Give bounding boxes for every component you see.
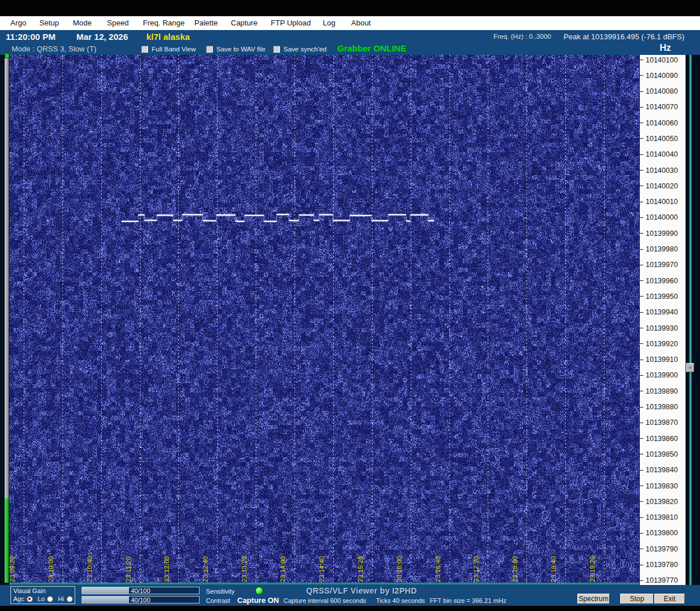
freq-value: 10140040 <box>646 150 678 158</box>
checkbox-save-to-wav-file[interactable]: Save to WAV file <box>206 45 266 53</box>
window-bottom-strip <box>0 606 700 611</box>
menu-item-about[interactable]: About <box>349 16 373 30</box>
freq-scale-row: 10139790 <box>640 545 686 553</box>
freq-scale-row: 10139840 <box>640 466 686 474</box>
freq-scale-row: 10139960 <box>640 277 686 284</box>
freq-scale-row: 10139780 <box>640 561 686 569</box>
spectrum-button[interactable]: Spectrum <box>577 594 610 604</box>
peak-readout: Peak at 10139916.495 (-76.1 dBFS) <box>563 32 684 41</box>
capture-interval-text: Capture interval 600 seconds <box>283 597 366 604</box>
right-gutter <box>686 55 700 585</box>
freq-scale-row: 10139830 <box>640 482 686 490</box>
menu-item-freq-range[interactable]: Freq. Range <box>141 16 187 30</box>
menu-item-log[interactable]: Log <box>320 16 338 30</box>
freq-scale-row: 10139870 <box>640 419 686 427</box>
freq-scale-row: 10140040 <box>640 151 686 158</box>
sensitivity-label: Sensitivity <box>206 588 235 595</box>
freq-value: 10139860 <box>646 435 678 443</box>
freq-value: 10139960 <box>646 277 678 285</box>
capture-progress-fill <box>5 498 9 583</box>
radio-button-icon <box>47 596 53 602</box>
contrast-slider[interactable]: 40/100 <box>82 596 200 603</box>
freq-value: 10140010 <box>646 198 678 206</box>
freq-tick-mark <box>640 517 643 518</box>
freq-value: 10140050 <box>646 135 678 143</box>
freq-scale-row: 10139900 <box>640 372 686 379</box>
freq-value: 10140070 <box>646 103 678 111</box>
freq-tick-mark <box>640 60 643 60</box>
stop-button[interactable]: Stop <box>620 594 654 604</box>
clock-text: 11:20:00 PM <box>6 32 56 42</box>
checkbox-full-band-view[interactable]: Full Band View <box>141 45 196 53</box>
radio-agc[interactable]: Agc <box>13 595 33 602</box>
radio-lo[interactable]: Lo <box>38 595 53 602</box>
radio-label: Agc <box>13 595 24 602</box>
radio-button-icon <box>27 596 33 602</box>
time-tick-label: 23:16:00 <box>396 556 403 582</box>
freq-scale-row: 10139770 <box>640 577 686 584</box>
time-tick-label: 23:09:20 <box>9 556 16 582</box>
menu-item-capture[interactable]: Capture <box>229 16 260 30</box>
time-tick-label: 23:12:40 <box>202 556 209 582</box>
freq-value: 10140020 <box>646 182 678 190</box>
freq-value: 10140090 <box>646 72 678 80</box>
freq-value: 10139990 <box>646 229 678 238</box>
freq-scale-row: 10139890 <box>640 387 686 395</box>
menu-item-speed[interactable]: Speed <box>105 16 131 30</box>
freq-scale-row: 10140080 <box>640 88 686 95</box>
freq-value: 10139980 <box>646 245 678 253</box>
app-title: QRSS/VLF Viewer by I2PHD <box>289 586 434 595</box>
freq-tick-mark <box>640 75 643 76</box>
menu-item-argo[interactable]: Argo <box>8 16 28 30</box>
menu-bar: ArgoSetupModeSpeedFreq. RangePaletteCapt… <box>0 16 700 30</box>
menu-item-palette[interactable]: Palette <box>192 16 220 30</box>
freq-value: 10139770 <box>646 576 678 584</box>
sensitivity-value: 40/100 <box>82 587 199 594</box>
menu-item-setup[interactable]: Setup <box>37 16 61 30</box>
freq-tick-mark <box>640 470 643 471</box>
freq-scale-row: 10139990 <box>640 229 686 237</box>
freq-scale-row: 10139980 <box>640 246 686 253</box>
freq-value: 10140000 <box>646 213 678 221</box>
spectrogram-waterfall[interactable] <box>9 55 639 583</box>
freq-tick-mark <box>640 265 643 265</box>
frequency-scrollbar-track[interactable] <box>689 55 692 585</box>
freq-tick-mark <box>640 202 643 202</box>
freq-tick-mark <box>640 580 643 581</box>
freq-tick-mark <box>640 423 643 423</box>
time-tick-label: 23:16:40 <box>434 556 441 582</box>
freq-scale-row: 10139930 <box>640 324 686 332</box>
argo-window: ArgoSetupModeSpeedFreq. RangePaletteCapt… <box>0 0 700 611</box>
menu-item-mode[interactable]: Mode <box>71 16 94 30</box>
freq-tick-mark <box>640 138 643 139</box>
freq-value: 10140100 <box>646 56 678 64</box>
freq-scale-row: 10139810 <box>640 514 686 521</box>
freq-tick-mark <box>640 549 643 549</box>
freq-scale-row: 10139820 <box>640 498 686 505</box>
time-tick-label: 23:10:40 <box>86 556 93 582</box>
time-tick-label: 23:14:40 <box>318 556 325 582</box>
menu-item-ftp-upload[interactable]: FTP Upload <box>268 16 313 30</box>
frequency-scrollbar-thumb[interactable] <box>686 363 694 372</box>
freq-scale-row: 10140100 <box>640 56 686 64</box>
freq-tick-mark <box>640 296 643 297</box>
contrast-label: Contrast <box>206 597 230 604</box>
capture-progress-track <box>5 55 9 498</box>
freq-value: 10139800 <box>646 529 678 537</box>
radio-hi[interactable]: Hi <box>58 595 72 602</box>
radio-label: Lo <box>38 595 45 602</box>
freq-tick-mark <box>640 154 643 155</box>
radio-label: Hi <box>58 595 64 602</box>
freq-tick-mark <box>640 170 643 171</box>
checkbox-label: Save to WAV file <box>216 46 266 53</box>
exit-button[interactable]: Exit <box>654 594 685 604</box>
time-tick-label: 23:17:20 <box>473 556 480 582</box>
sensitivity-slider[interactable]: 40/100 <box>82 587 200 594</box>
freq-tick-mark <box>640 249 643 250</box>
freq-value: 10139790 <box>646 545 678 553</box>
time-tick-label: 23:12:00 <box>163 556 170 582</box>
freq-tick-mark <box>640 312 643 313</box>
freq-tick-mark <box>640 533 643 534</box>
freq-scale-row: 10139800 <box>640 529 686 537</box>
checkbox-save-synch-ed[interactable]: Save synch'ed <box>273 45 326 53</box>
